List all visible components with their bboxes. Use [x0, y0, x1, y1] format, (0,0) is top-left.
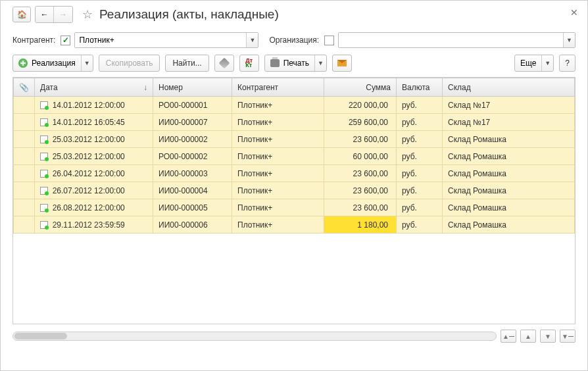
org-checkbox[interactable]	[324, 36, 334, 45]
filter-bar: Контрагент: ▼ Организация: ▼	[12, 32, 576, 48]
toolbar: Реализация ▼ Скопировать Найти... ДтКт П…	[12, 55, 576, 72]
table-row[interactable]: 29.11.2012 23:59:59ИИ00-000006Плотник+1 …	[14, 216, 575, 234]
home-button[interactable]: 🏠	[12, 7, 31, 22]
find-label: Найти...	[172, 59, 201, 68]
find-button[interactable]: Найти...	[165, 55, 208, 72]
home-icon: 🏠	[17, 10, 27, 19]
cell-number: ИИ00-000005	[153, 199, 232, 216]
col-number[interactable]: Номер	[153, 78, 232, 97]
grid-container: 📎 Дата Номер Контрагент Сумма Валюта Скл…	[12, 77, 576, 324]
more-button[interactable]: Еще ▼	[514, 55, 554, 72]
clear-filter-button[interactable]	[214, 55, 234, 72]
cell-currency: руб.	[397, 97, 443, 114]
more-dropdown-icon[interactable]: ▼	[541, 55, 553, 71]
close-icon[interactable]: ✕	[570, 7, 578, 18]
cell-date: 25.03.2012 12:00:00	[35, 131, 153, 148]
cell-warehouse: Склад Ромашка	[443, 165, 575, 182]
kontragent-combo[interactable]: ▼	[74, 32, 258, 48]
cell-date: 14.01.2012 16:05:45	[35, 114, 153, 131]
table-row[interactable]: 26.08.2012 12:00:00ИИ00-000005Плотник+23…	[14, 199, 575, 216]
org-dropdown-icon[interactable]: ▼	[563, 33, 575, 47]
back-button[interactable]: ←	[36, 7, 54, 22]
cell-number: ИИ00-000002	[153, 131, 232, 148]
cell-currency: руб.	[397, 216, 443, 234]
kontragent-dropdown-icon[interactable]: ▼	[246, 33, 258, 47]
table-row[interactable]: 14.01.2012 12:00:00РО00-000001Плотник+22…	[14, 97, 575, 114]
page-first-button[interactable]: ▲	[501, 330, 516, 343]
kontragent-checkbox[interactable]	[61, 36, 70, 45]
cell-kontragent: Плотник+	[232, 182, 324, 199]
cell-sum: 259 600,00	[324, 114, 397, 131]
copy-button: Скопировать	[99, 55, 160, 72]
cell-kontragent: Плотник+	[232, 216, 324, 234]
page-title: Реализация (акты, накладные)	[99, 7, 279, 22]
org-input[interactable]	[339, 33, 563, 47]
cell-attachment	[14, 148, 35, 165]
table-row[interactable]: 25.03.2012 12:00:00РО00-000002Плотник+60…	[14, 148, 575, 165]
cell-sum: 1 180,00	[324, 216, 397, 234]
print-button[interactable]: Печать ▼	[264, 55, 327, 72]
copy-label: Скопировать	[106, 59, 153, 68]
cell-number: РО00-000002	[153, 148, 232, 165]
cell-number: РО00-000001	[153, 97, 232, 114]
cell-sum: 23 600,00	[324, 182, 397, 199]
print-label: Печать	[283, 59, 309, 68]
cell-currency: руб.	[397, 131, 443, 148]
plus-icon	[18, 59, 28, 68]
col-currency[interactable]: Валюта	[397, 78, 443, 97]
printer-icon	[270, 59, 280, 67]
table-row[interactable]: 25.03.2012 12:00:00ИИ00-000002Плотник+23…	[14, 131, 575, 148]
page-up-button[interactable]: ▲	[520, 330, 536, 343]
page-down-button[interactable]: ▼	[540, 330, 556, 343]
cell-date: 25.03.2012 12:00:00	[35, 148, 153, 165]
cell-currency: руб.	[397, 148, 443, 165]
star-icon[interactable]: ☆	[82, 7, 93, 22]
document-icon	[40, 204, 48, 212]
dtkt-button[interactable]: ДтКт	[239, 55, 259, 72]
document-icon	[40, 136, 48, 143]
table-row[interactable]: 26.04.2012 12:00:00ИИ00-000003Плотник+23…	[14, 165, 575, 182]
realization-button[interactable]: Реализация ▼	[12, 55, 93, 72]
realization-dropdown-icon[interactable]: ▼	[81, 55, 93, 71]
col-date[interactable]: Дата	[35, 78, 153, 97]
cell-number: ИИ00-000007	[153, 114, 232, 131]
print-dropdown-icon[interactable]: ▼	[314, 55, 326, 71]
cell-date: 26.04.2012 12:00:00	[35, 165, 153, 182]
dtkt-icon: ДтКт	[245, 59, 253, 68]
col-attachment[interactable]: 📎	[14, 78, 35, 97]
page-last-button[interactable]: ▼	[560, 330, 576, 343]
cell-date: 26.07.2012 12:00:00	[35, 182, 153, 199]
app-window: ✕ 🏠 ← → ☆ Реализация (акты, накладные) К…	[0, 0, 588, 371]
cell-kontragent: Плотник+	[232, 165, 324, 182]
cell-attachment	[14, 97, 35, 114]
table-row[interactable]: 26.07.2012 12:00:00ИИ00-000004Плотник+23…	[14, 182, 575, 199]
mail-icon	[337, 60, 347, 66]
document-icon	[40, 221, 48, 229]
col-warehouse[interactable]: Склад	[443, 78, 575, 97]
cell-currency: руб.	[397, 114, 443, 131]
kontragent-input[interactable]	[75, 33, 246, 47]
table-row[interactable]: 14.01.2012 16:05:45ИИ00-000007Плотник+25…	[14, 114, 575, 131]
col-sum[interactable]: Сумма	[324, 78, 397, 97]
kontragent-label: Контрагент:	[12, 36, 55, 45]
cell-warehouse: Склад Ромашка	[443, 182, 575, 199]
cell-sum: 23 600,00	[324, 131, 397, 148]
data-grid[interactable]: 📎 Дата Номер Контрагент Сумма Валюта Скл…	[13, 78, 575, 234]
col-kontragent[interactable]: Контрагент	[232, 78, 324, 97]
cell-attachment	[14, 131, 35, 148]
cell-warehouse: Склад Ромашка	[443, 216, 575, 234]
cell-attachment	[14, 114, 35, 131]
cell-date: 29.11.2012 23:59:59	[35, 216, 153, 234]
org-combo[interactable]: ▼	[338, 32, 576, 48]
cell-warehouse: Склад Ромашка	[443, 148, 575, 165]
cell-sum: 60 000,00	[324, 148, 397, 165]
cell-warehouse: Склад Ромашка	[443, 199, 575, 216]
help-button[interactable]: ?	[559, 55, 576, 72]
forward-button[interactable]: →	[54, 7, 72, 22]
nav-history: ← →	[35, 6, 73, 23]
mail-button[interactable]	[332, 55, 352, 72]
horizontal-scrollbar[interactable]	[12, 332, 497, 341]
cell-warehouse: Склад №17	[443, 97, 575, 114]
cell-date: 14.01.2012 12:00:00	[35, 97, 153, 114]
document-icon	[40, 118, 48, 126]
